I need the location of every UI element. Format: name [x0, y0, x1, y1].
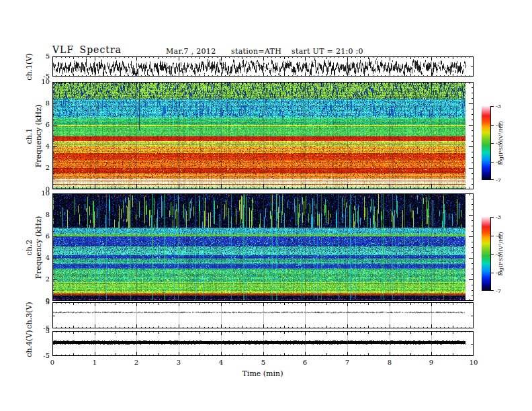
- x-tick-label: 7: [339, 359, 355, 366]
- y-tick-label-ch2_spec: 10: [38, 189, 50, 197]
- x-tick-label: 4: [213, 359, 229, 366]
- colorbar-tick-label: -4: [496, 233, 501, 239]
- x-tick-label: 10: [466, 359, 482, 366]
- x-tick-label: 5: [255, 359, 271, 366]
- x-tick-label: 2: [128, 359, 144, 366]
- y-tick-label-ch4_wave: 5: [38, 327, 50, 334]
- y-tick-label-ch2_spec: 6: [38, 232, 50, 240]
- y-tick-label-ch1_spec: 6: [38, 121, 50, 128]
- ch1-voltage-panel: [52, 56, 474, 77]
- ch4-voltage-panel: [52, 331, 474, 356]
- x-tick-label: 8: [382, 359, 398, 366]
- ch1-spectrogram-panel: [52, 82, 474, 189]
- start-time-label: start UT = 21:0 :0: [292, 47, 363, 56]
- colorbar-tick-label: -6: [496, 159, 501, 165]
- x-tick-label: 9: [423, 359, 439, 366]
- y-tick-label-ch2_spec: 4: [38, 254, 50, 261]
- figure: VLF Spectra Mar.7 , 2012 station=ATH sta…: [0, 0, 532, 411]
- ch1-voltage-axis-label: ch.1(V): [25, 47, 34, 87]
- y-tick-label-ch1_spec: 8: [38, 99, 50, 107]
- colorbar-tick-label: -6: [496, 270, 501, 276]
- colorbar-tick-label: -3: [496, 103, 501, 109]
- colorbar-tick-label: -3: [496, 214, 501, 220]
- y-tick-label-ch1_spec: 4: [38, 142, 50, 150]
- y-tick-label-ch3_wave: 5: [38, 298, 50, 306]
- colorbar-ch1: [482, 105, 495, 181]
- y-tick-label-ch1_spec: 2: [38, 164, 50, 171]
- colorbar-tick-label: -7: [496, 177, 501, 183]
- x-tick-label: 1: [87, 359, 103, 366]
- y-tick-label-ch1_wave: 5: [38, 52, 50, 60]
- station-label: station=ATH: [231, 47, 281, 56]
- date-label: Mar.7 , 2012: [166, 47, 216, 56]
- time-axis-label: Time (min): [229, 369, 296, 378]
- y-tick-label-ch1_spec: 10: [38, 78, 50, 85]
- colorbar-ch2: [482, 216, 495, 291]
- colorbar-tick-label: -4: [496, 122, 501, 128]
- ch3-voltage-panel: [52, 302, 474, 328]
- colorbar-tick-label: -5: [496, 251, 501, 257]
- y-tick-label-ch2_spec: 8: [38, 211, 50, 218]
- x-tick-label: 6: [297, 359, 313, 366]
- x-tick-label: 3: [171, 359, 187, 366]
- colorbar-tick-label: -5: [496, 140, 501, 146]
- x-tick-label: 0: [44, 359, 60, 366]
- y-tick-label-ch2_spec: 2: [38, 275, 50, 283]
- ch4-voltage-axis-label: ch.4(V): [25, 324, 34, 364]
- ch2-spec-channel-label: ch.2: [25, 234, 34, 261]
- plot-title: VLF Spectra: [52, 44, 122, 55]
- ch1-spec-channel-label: ch.1: [25, 123, 34, 150]
- colorbar-tick-label: -7: [496, 288, 501, 294]
- ch2-spectrogram-panel: [52, 193, 474, 301]
